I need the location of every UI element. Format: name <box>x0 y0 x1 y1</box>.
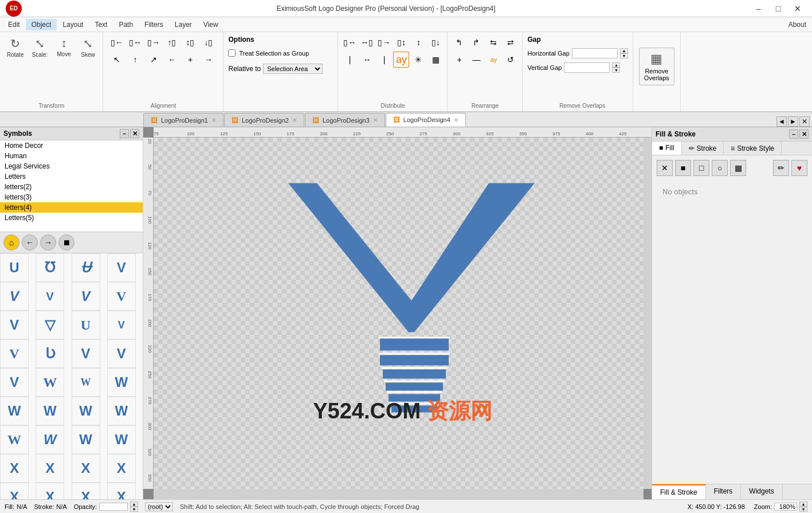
align-ml-button[interactable]: ← <box>164 52 180 68</box>
remove-overlaps-button[interactable]: ▦ RemoveOverlaps <box>639 48 674 85</box>
dist-center-v-button[interactable]: ↕ <box>410 34 426 50</box>
scale-button[interactable]: ⤡ Scale: <box>28 34 51 60</box>
zoom-input[interactable] <box>774 503 797 511</box>
dist-center-h-button[interactable]: ↔▯ <box>359 34 375 50</box>
tab1-close[interactable]: ✕ <box>211 117 216 123</box>
align-top-button[interactable]: ↑▯ <box>164 34 180 50</box>
opacity-up[interactable]: ▲ <box>130 502 138 507</box>
fs-bottom-tab-widgets[interactable]: Widgets <box>741 484 782 499</box>
sym-icon-5[interactable]: V <box>36 282 64 311</box>
sym-icon-24[interactable]: W <box>0 425 29 454</box>
tab-logoprodesign2[interactable]: 🖼 LogoProDesign2 ✕ <box>224 113 304 127</box>
move-button[interactable]: ↕ Move <box>52 34 75 60</box>
sym-icon-11[interactable]: V <box>107 311 136 339</box>
sym-icon-12[interactable]: V <box>0 339 29 368</box>
menu-path[interactable]: Path <box>113 19 139 30</box>
sym-nav-forward[interactable]: → <box>40 234 56 250</box>
sym-icon-32[interactable]: X <box>0 483 29 499</box>
close-button[interactable]: ✕ <box>789 3 806 14</box>
tab-logoprodesign1[interactable]: 🖼 LogoProDesign1 ✕ <box>143 113 223 127</box>
sym-icon-4[interactable]: V <box>0 282 29 311</box>
sym-icon-25[interactable]: W <box>36 425 64 454</box>
sym-icon-2[interactable]: Ʉ <box>72 253 100 282</box>
dist-r1c2[interactable]: ↔ <box>359 52 375 68</box>
opacity-down[interactable]: ▼ <box>130 507 138 512</box>
dist-right-button[interactable]: ▯→ <box>376 34 392 50</box>
sym-icon-3[interactable]: V <box>107 253 136 282</box>
sym-item-letters3[interactable]: letters(3) <box>0 192 143 202</box>
rearr-r2c2[interactable]: ― <box>468 52 484 68</box>
fs-tab-stroke-style[interactable]: ≡ Stroke Style <box>724 142 782 155</box>
dist-left-button[interactable]: ▯↔ <box>342 34 358 50</box>
sym-icon-22[interactable]: W <box>72 397 100 425</box>
fs-tab-fill[interactable]: ■ Fill <box>652 142 682 155</box>
tab-scroll-left[interactable]: ◄ <box>776 116 787 127</box>
menu-view[interactable]: View <box>198 19 224 30</box>
tab-logoprodesign4[interactable]: 🖼 LogoProDesign4 ✕ <box>386 113 466 127</box>
align-tr-button[interactable]: ↗ <box>146 52 162 68</box>
minimize-button[interactable]: – <box>750 3 767 14</box>
rearr-r1c3[interactable]: ⇆ <box>485 34 501 50</box>
rearr-r1c4[interactable]: ⇄ <box>503 34 519 50</box>
menu-layout[interactable]: Layout <box>57 19 89 30</box>
dist-r1c5[interactable]: ✳ <box>410 52 426 68</box>
align-left-button[interactable]: ▯← <box>109 34 125 50</box>
rotate-button[interactable]: ↻ Rotate <box>3 34 27 60</box>
fs-minimize-button[interactable]: – <box>789 130 798 139</box>
symbols-close-button[interactable]: ✕ <box>130 129 139 138</box>
fill-edit-button[interactable]: ✏ <box>773 160 789 176</box>
sym-item-letters[interactable]: Letters <box>0 171 143 182</box>
rearr-r1c1[interactable]: ↰ <box>451 34 467 50</box>
rearr-text[interactable]: ay <box>485 52 501 68</box>
sym-icon-6[interactable]: V <box>72 282 100 311</box>
v-gap-down[interactable]: ▼ <box>612 68 620 73</box>
relative-to-select[interactable]: Selection Area Page Drawing Biggest Obje… <box>263 64 323 74</box>
sym-icon-13[interactable]: Ʋ <box>36 339 64 368</box>
align-bottom-button[interactable]: ↓▯ <box>201 34 217 50</box>
h-gap-up[interactable]: ▲ <box>620 48 628 53</box>
fill-radial-button[interactable]: ○ <box>712 160 728 176</box>
fill-heart-button[interactable]: ♥ <box>791 160 807 176</box>
sym-item-letters5[interactable]: Letters(5) <box>0 213 143 223</box>
sym-icon-27[interactable]: W <box>107 425 136 454</box>
sym-icon-18[interactable]: W <box>72 368 100 397</box>
align-mr-button[interactable]: → <box>201 52 217 68</box>
v-gap-up[interactable]: ▲ <box>612 62 620 68</box>
canvas-scrollbar-horizontal[interactable] <box>154 489 644 499</box>
skew-button[interactable]: ⤡ Skew <box>76 34 99 60</box>
sym-icon-31[interactable]: X <box>107 454 136 483</box>
sym-icon-35[interactable]: X <box>107 483 136 499</box>
sym-icon-26[interactable]: W <box>72 425 100 454</box>
sym-icon-1[interactable]: Ʊ <box>36 253 64 282</box>
sym-icon-15[interactable]: V <box>107 339 136 368</box>
maximize-button[interactable]: □ <box>770 3 787 14</box>
sym-icon-8[interactable]: V <box>0 311 29 339</box>
tab-logoprodesign3[interactable]: 🖼 LogoProDesign3 ✕ <box>305 113 385 127</box>
sym-icon-33[interactable]: X <box>36 483 64 499</box>
sym-icon-7[interactable]: V <box>107 282 136 311</box>
vertical-gap-input[interactable] <box>564 62 610 73</box>
root-select[interactable]: (root) <box>145 502 173 511</box>
sym-item-human[interactable]: Human <box>0 151 143 161</box>
rearr-r1c2[interactable]: ↱ <box>468 34 484 50</box>
align-center-v-button[interactable]: ↕▯ <box>182 34 198 50</box>
sym-icon-23[interactable]: W <box>107 397 136 425</box>
fill-pattern-button[interactable]: ▦ <box>730 160 746 176</box>
sym-icon-21[interactable]: W <box>36 397 64 425</box>
opacity-input[interactable] <box>99 503 128 511</box>
menu-edit[interactable]: Edit <box>2 19 26 30</box>
canvas-scrollbar-vertical[interactable] <box>644 138 652 489</box>
sym-icon-10[interactable]: U <box>72 311 100 339</box>
dist-r1c1[interactable]: | <box>342 52 358 68</box>
sym-item-letters4[interactable]: letters(4) <box>0 202 143 213</box>
rearr-r2c1[interactable]: + <box>451 52 467 68</box>
threat-selection-checkbox[interactable] <box>228 49 236 57</box>
sym-item-legal[interactable]: Legal Services <box>0 161 143 171</box>
menu-text[interactable]: Text <box>89 19 113 30</box>
fs-close-button[interactable]: ✕ <box>799 130 809 139</box>
zoom-up[interactable]: ▲ <box>799 502 807 507</box>
sym-icon-20[interactable]: W <box>0 397 29 425</box>
align-right-button[interactable]: ▯→ <box>146 34 162 50</box>
menu-layer[interactable]: Layer <box>169 19 198 30</box>
menu-object[interactable]: Object <box>26 19 57 30</box>
